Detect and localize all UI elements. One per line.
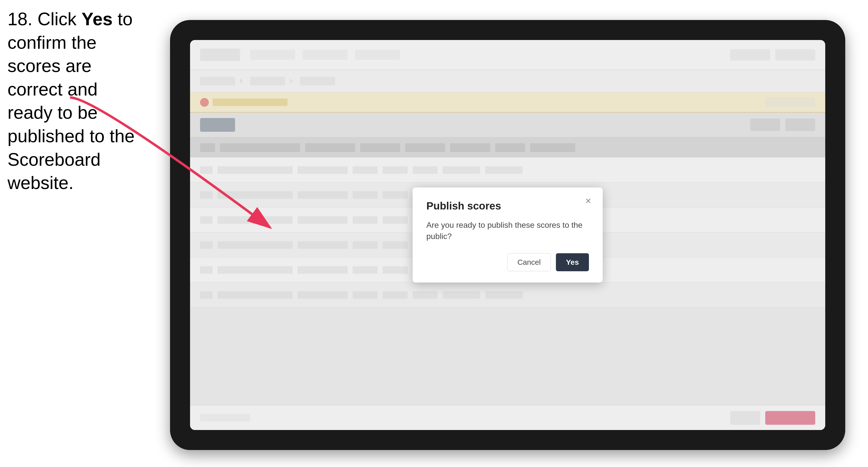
publish-scores-modal: × Publish scores Are you ready to publis… [413,187,603,282]
instruction-text-main: Click Yes to confirm the scores are corr… [7,9,134,193]
tablet-screen: × Publish scores Are you ready to publis… [190,40,825,430]
modal-yes-button[interactable]: Yes [556,253,589,271]
tablet-device: × Publish scores Are you ready to publis… [170,20,845,450]
modal-cancel-button[interactable]: Cancel [507,253,551,271]
modal-body-text: Are you ready to publish these scores to… [426,219,589,242]
modal-overlay: × Publish scores Are you ready to publis… [190,40,825,430]
modal-title: Publish scores [426,200,589,212]
modal-close-button[interactable]: × [583,195,594,206]
modal-footer: Cancel Yes [426,253,589,271]
instruction-text: 18. Click Yes to confirm the scores are … [7,7,148,195]
step-number: 18. [7,9,37,29]
